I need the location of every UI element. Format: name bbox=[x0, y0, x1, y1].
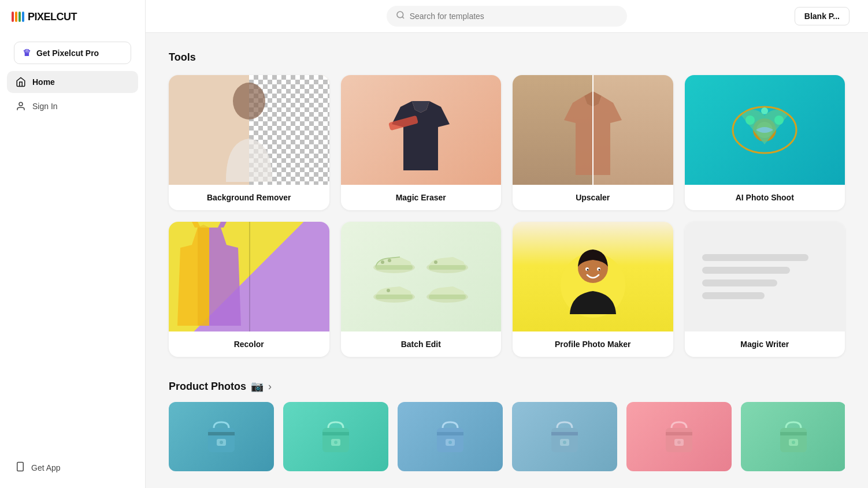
tool-label-recolor: Recolor bbox=[169, 331, 329, 357]
upscaler-left bbox=[513, 75, 592, 185]
recolor-bg bbox=[169, 222, 329, 331]
get-pro-button[interactable]: ♛ Get Pixelcut Pro bbox=[14, 42, 131, 64]
svg-point-4 bbox=[19, 102, 23, 106]
product-image-6 bbox=[741, 402, 845, 471]
home-icon bbox=[15, 76, 27, 88]
svg-rect-17 bbox=[376, 265, 413, 270]
tool-label-magic-writer: Magic Writer bbox=[685, 331, 845, 357]
tool-card-batch-edit[interactable]: Batch Edit bbox=[341, 222, 502, 357]
svg-point-22 bbox=[434, 260, 437, 264]
search-input[interactable] bbox=[410, 12, 618, 21]
profile-bg bbox=[513, 222, 673, 331]
tool-label-ai-photo-shoot: AI Photo Shoot bbox=[685, 185, 845, 210]
product-card-1[interactable] bbox=[169, 402, 274, 471]
tool-label-profile-photo-maker: Profile Photo Maker bbox=[513, 331, 673, 357]
svg-rect-24 bbox=[376, 295, 413, 299]
logo-text: PIXELCUT bbox=[28, 11, 77, 23]
product-card-4[interactable] bbox=[512, 402, 617, 471]
product-card-2[interactable] bbox=[283, 402, 388, 471]
blank-project-button[interactable]: Blank P... bbox=[795, 7, 850, 25]
tool-card-upscaler[interactable]: Upscaler bbox=[513, 75, 673, 210]
svg-rect-55 bbox=[780, 432, 807, 435]
svg-rect-27 bbox=[429, 295, 466, 299]
search-bar[interactable] bbox=[387, 6, 628, 27]
phone-icon bbox=[15, 461, 25, 474]
product-image-1 bbox=[169, 402, 274, 471]
writer-line-3 bbox=[702, 280, 778, 286]
batch-bg bbox=[341, 222, 502, 331]
svg-point-25 bbox=[387, 289, 390, 292]
svg-point-7 bbox=[397, 12, 403, 18]
tool-card-magic-writer[interactable]: Magic Writer bbox=[685, 222, 845, 357]
sneaker-row-1 bbox=[371, 249, 470, 275]
svg-rect-2 bbox=[18, 12, 21, 22]
sign-in-label: Sign In bbox=[32, 102, 58, 111]
tool-image-background-remover bbox=[169, 75, 329, 185]
svg-rect-0 bbox=[12, 12, 14, 22]
tool-image-magic-eraser bbox=[341, 75, 502, 185]
product-card-3[interactable] bbox=[398, 402, 503, 471]
tool-card-profile-photo-maker[interactable]: Profile Photo Maker bbox=[513, 222, 673, 357]
svg-rect-47 bbox=[551, 432, 578, 435]
person-overlay bbox=[169, 75, 329, 185]
tool-image-batch-edit bbox=[341, 222, 502, 331]
svg-point-18 bbox=[381, 260, 384, 264]
pro-button-label: Get Pixelcut Pro bbox=[36, 49, 99, 58]
tool-card-recolor[interactable]: Recolor bbox=[169, 222, 329, 357]
magic-eraser-bg bbox=[341, 75, 502, 185]
svg-point-32 bbox=[587, 269, 588, 271]
tool-label-magic-eraser: Magic Eraser bbox=[341, 185, 502, 210]
tool-image-upscaler bbox=[513, 75, 673, 185]
home-label: Home bbox=[32, 77, 55, 87]
content-area: Tools bbox=[146, 33, 868, 488]
sidebar-item-home[interactable]: Home bbox=[7, 71, 138, 93]
tool-image-recolor bbox=[169, 222, 329, 331]
writer-line-4 bbox=[702, 292, 765, 299]
tools-section-title: Tools bbox=[169, 51, 845, 64]
svg-point-33 bbox=[598, 269, 600, 271]
tool-card-ai-photo-shoot[interactable]: AI Photo Shoot bbox=[685, 75, 845, 210]
tools-grid: Background Remover Magic Eraser bbox=[169, 75, 845, 357]
svg-point-49 bbox=[563, 441, 566, 444]
header: Blank P... bbox=[146, 0, 868, 33]
product-card-6[interactable] bbox=[741, 402, 845, 471]
logo-icon bbox=[12, 10, 24, 23]
product-card-5[interactable] bbox=[626, 402, 732, 471]
svg-point-15 bbox=[761, 107, 768, 114]
upscaler-right bbox=[593, 75, 673, 185]
tool-card-background-remover[interactable]: Background Remover bbox=[169, 75, 329, 210]
product-image-2 bbox=[283, 402, 388, 471]
svg-point-14 bbox=[774, 116, 784, 125]
tool-card-magic-eraser[interactable]: Magic Eraser bbox=[341, 75, 502, 210]
svg-point-57 bbox=[792, 441, 795, 444]
product-photos-section-header: Product Photos 📷 › bbox=[169, 380, 845, 393]
product-image-5 bbox=[626, 402, 732, 471]
search-icon bbox=[396, 10, 405, 22]
product-photos-grid bbox=[169, 402, 845, 471]
magic-writer-lines bbox=[685, 237, 845, 316]
svg-line-8 bbox=[402, 17, 404, 18]
sidebar-nav: ♛ Get Pixelcut Pro Home Sign In bbox=[0, 32, 145, 122]
svg-rect-51 bbox=[666, 432, 692, 435]
svg-point-37 bbox=[220, 441, 223, 444]
sidebar-item-sign-in[interactable]: Sign In bbox=[7, 95, 138, 117]
svg-rect-43 bbox=[437, 432, 463, 435]
tool-image-ai-photo-shoot bbox=[685, 75, 845, 185]
svg-rect-3 bbox=[22, 12, 24, 22]
section-arrow-icon[interactable]: › bbox=[268, 381, 272, 393]
crown-icon: ♛ bbox=[23, 47, 31, 58]
svg-rect-1 bbox=[15, 12, 17, 22]
upscaler-divider bbox=[592, 75, 593, 185]
sneaker-row-2 bbox=[371, 278, 470, 304]
logo: PIXELCUT bbox=[0, 0, 145, 32]
svg-point-9 bbox=[233, 83, 265, 120]
product-image-3 bbox=[398, 402, 503, 471]
svg-rect-21 bbox=[429, 265, 466, 270]
svg-rect-39 bbox=[322, 432, 349, 435]
writer-line-2 bbox=[702, 267, 790, 274]
tool-image-magic-writer bbox=[685, 222, 845, 331]
svg-point-53 bbox=[677, 441, 681, 444]
person-icon bbox=[15, 100, 27, 112]
get-app-button[interactable]: Get App bbox=[7, 456, 138, 479]
sidebar-bottom: Get App bbox=[0, 447, 145, 488]
